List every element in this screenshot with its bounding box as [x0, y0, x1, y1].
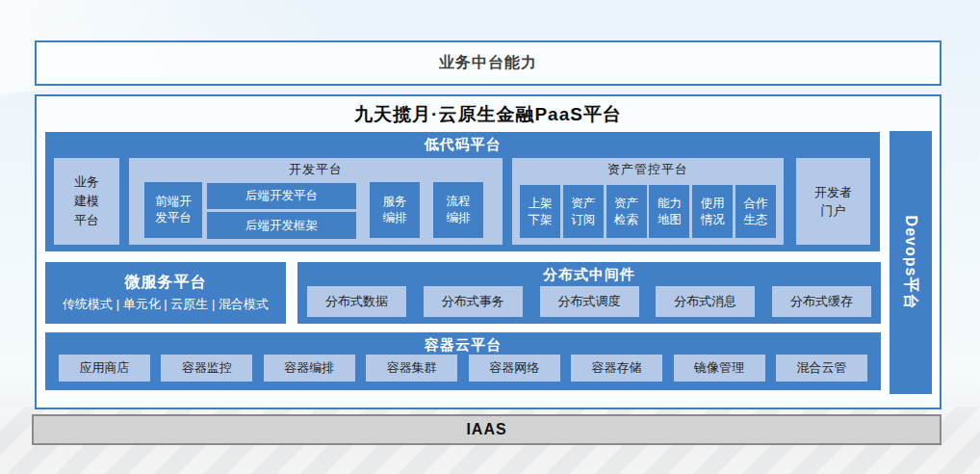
- business-capability-box: 业务中台能力: [35, 40, 941, 86]
- devops-platform-label: Devops平台: [901, 216, 921, 310]
- asset-control-platform-title: 资产管控平台: [512, 158, 784, 178]
- distributed-middleware-section: 分布式中间件 分布式数据 分布式事务 分布式调度 分布式消息 分布式缓存: [297, 262, 881, 324]
- lowcode-platform-title: 低代码平台: [45, 132, 880, 154]
- asset-item-capability-map: 能力 地图: [649, 185, 689, 238]
- container-cloud-platform-section: 容器云平台 应用商店 容器监控 容器编排 容器集群 容器网络 容器存储 镜像管理…: [45, 332, 881, 390]
- container-item-image-mgmt: 镜像管理: [674, 355, 765, 382]
- asset-item-cooperation: 合作 生态: [735, 185, 776, 238]
- middleware-item-message: 分布式消息: [656, 286, 755, 317]
- business-capability-label: 业务中台能力: [439, 53, 537, 73]
- middleware-items-row: 分布式数据 分布式事务 分布式调度 分布式消息 分布式缓存: [307, 286, 871, 317]
- dev-platform-title: 开发平台: [129, 158, 503, 178]
- microservice-modes-label: 传统模式 | 单元化 | 云原生 | 混合模式: [63, 296, 269, 313]
- container-item-app-store: 应用商店: [59, 355, 150, 382]
- middleware-item-transaction: 分布式事务: [424, 286, 523, 317]
- distributed-middleware-title: 分布式中间件: [297, 262, 881, 284]
- service-orchestration-box: 服务 编排: [370, 182, 420, 238]
- microservice-platform-section: 微服务平台 传统模式 | 单元化 | 云原生 | 混合模式: [45, 262, 286, 324]
- lowcode-platform-section: 低代码平台 业务 建模 平台 开发平台 前端开 发平台 后端开发平台 后端开发框…: [45, 132, 880, 251]
- asset-item-shelf: 上架 下架: [520, 185, 560, 238]
- container-item-cluster: 容器集群: [366, 355, 457, 382]
- middleware-item-scheduling: 分布式调度: [540, 286, 639, 317]
- process-orchestration-box: 流程 编排: [433, 182, 483, 238]
- asset-item-search: 资产 检索: [606, 185, 647, 238]
- middleware-item-data: 分布式数据: [307, 286, 406, 317]
- container-item-storage: 容器存储: [571, 355, 662, 382]
- container-item-orchestration: 容器编排: [264, 355, 355, 382]
- asset-item-usage: 使用 情况: [692, 185, 733, 238]
- container-item-hybrid-cloud: 混合云管: [776, 355, 867, 382]
- middleware-item-cache: 分布式缓存: [772, 286, 871, 317]
- asset-item-subscribe: 资产 订阅: [563, 185, 604, 238]
- business-modeling-platform-box: 业务 建模 平台: [54, 158, 119, 245]
- devops-platform-bar: Devops平台: [890, 131, 932, 394]
- paas-platform-title: 九天揽月·云原生金融PaaS平台: [37, 102, 940, 127]
- backend-dev-platform-box: 后端开发平台: [207, 183, 356, 209]
- asset-control-items-row: 上架 下架 资产 订阅 资产 检索 能力 地图 使用 情况 合作 生态: [520, 185, 776, 238]
- iaas-label: IAAS: [466, 421, 506, 438]
- iaas-bar: IAAS: [32, 414, 941, 445]
- asset-control-platform-group: 资产管控平台 上架 下架 资产 订阅 资产 检索 能力 地图 使用 情况 合作 …: [512, 158, 784, 245]
- container-item-network: 容器网络: [469, 355, 560, 382]
- paas-platform-box: 九天揽月·云原生金融PaaS平台 低代码平台 业务 建模 平台 开发平台 前端开…: [35, 94, 941, 409]
- dev-platform-group: 开发平台 前端开 发平台 后端开发平台 后端开发框架 服务 编排 流程 编排: [129, 158, 503, 245]
- developer-portal-box: 开发者 门户: [796, 158, 870, 245]
- container-item-monitoring: 容器监控: [161, 355, 252, 382]
- microservice-platform-title: 微服务平台: [125, 273, 207, 293]
- backend-dev-framework-box: 后端开发框架: [207, 212, 356, 239]
- container-cloud-platform-title: 容器云平台: [45, 332, 881, 355]
- container-cloud-items-row: 应用商店 容器监控 容器编排 容器集群 容器网络 容器存储 镜像管理 混合云管: [59, 355, 867, 382]
- frontend-dev-platform-box: 前端开 发平台: [144, 182, 202, 238]
